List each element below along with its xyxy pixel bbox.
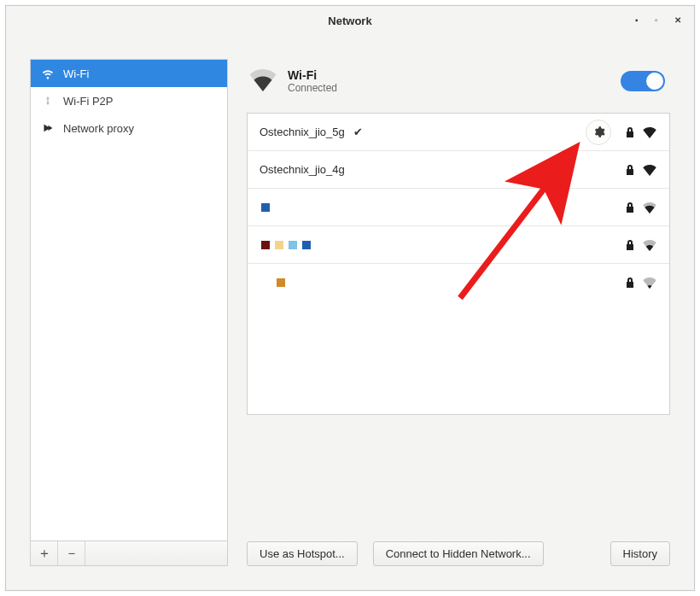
panel-title: Wi-Fi	[288, 68, 337, 82]
wifi-panel: Wi-Fi Connected Ostechnix_jio_5g ✔	[247, 59, 670, 566]
toggle-knob	[646, 73, 663, 90]
hotspot-button[interactable]: Use as Hotspot...	[247, 541, 358, 566]
network-row[interactable]	[248, 226, 669, 264]
history-button[interactable]: History	[610, 541, 670, 566]
ssid-swatches	[260, 278, 285, 287]
window-controls: ▪ ▫ ✕	[635, 6, 680, 35]
ssid-swatches	[260, 241, 311, 249]
body: Wi-Fi Wi-Fi P2P Network proxy	[6, 35, 694, 590]
network-settings-button[interactable]	[586, 120, 611, 145]
network-name: Ostechnix_jio_5g	[260, 126, 345, 138]
sidebar-list: Wi-Fi Wi-Fi P2P Network proxy	[30, 59, 228, 540]
sidebar-item-network-proxy[interactable]: Network proxy	[31, 114, 227, 142]
lock-icon	[625, 202, 635, 213]
connected-check-icon: ✔	[353, 126, 363, 138]
sidebar-item-wifi[interactable]: Wi-Fi	[31, 60, 227, 87]
proxy-icon	[41, 121, 55, 135]
lock-icon	[625, 126, 635, 138]
network-name: Ostechnix_jio_4g	[260, 163, 345, 176]
sidebar-footer: ＋ －	[30, 540, 228, 566]
maximize-icon[interactable]: ▫	[655, 18, 661, 24]
panel-header: Wi-Fi Connected	[247, 59, 670, 113]
wifi-signal-icon	[642, 164, 657, 176]
wifi-signal-icon	[642, 202, 657, 213]
wifi-signal-icon	[642, 126, 657, 138]
minimize-icon[interactable]: ▪	[635, 18, 641, 24]
wifi-signal-icon	[642, 239, 657, 251]
network-settings-window: Network ▪ ▫ ✕ Wi-Fi	[5, 5, 695, 591]
wifi-icon	[41, 67, 55, 80]
wifi-p2p-icon	[41, 94, 55, 108]
remove-button[interactable]: －	[58, 541, 85, 565]
wifi-status-icon	[248, 67, 277, 94]
sidebar-item-label: Wi-Fi P2P	[63, 95, 114, 108]
titlebar[interactable]: Network ▪ ▫ ✕	[6, 6, 694, 35]
ssid-swatches	[260, 203, 270, 212]
close-icon[interactable]: ✕	[674, 18, 680, 24]
sidebar-item-label: Wi-Fi	[63, 67, 89, 80]
connect-hidden-button[interactable]: Connect to Hidden Network...	[373, 541, 544, 566]
network-row[interactable]	[248, 264, 669, 301]
window-title: Network	[328, 15, 371, 27]
sidebar-item-label: Network proxy	[63, 122, 134, 135]
sidebar: Wi-Fi Wi-Fi P2P Network proxy	[30, 59, 228, 566]
network-row[interactable]: Ostechnix_jio_5g ✔	[248, 114, 669, 151]
panel-header-left: Wi-Fi Connected	[248, 67, 337, 94]
panel-status: Connected	[288, 82, 337, 94]
columns: Wi-Fi Wi-Fi P2P Network proxy	[30, 59, 670, 566]
lock-icon	[625, 164, 635, 176]
wifi-toggle[interactable]	[621, 71, 665, 91]
wifi-signal-icon	[642, 277, 657, 289]
plus-icon: ＋	[38, 545, 51, 563]
add-button[interactable]: ＋	[31, 541, 58, 565]
network-list: Ostechnix_jio_5g ✔ Ostechnix_jio_4g	[247, 113, 670, 415]
minus-icon: －	[65, 545, 79, 563]
panel-footer: Use as Hotspot... Connect to Hidden Netw…	[247, 529, 670, 566]
gear-icon	[592, 126, 605, 138]
network-row[interactable]	[248, 189, 669, 226]
network-row[interactable]: Ostechnix_jio_4g	[248, 151, 669, 189]
sidebar-item-wifi-p2p[interactable]: Wi-Fi P2P	[31, 87, 227, 114]
lock-icon	[625, 277, 635, 289]
lock-icon	[625, 239, 635, 251]
